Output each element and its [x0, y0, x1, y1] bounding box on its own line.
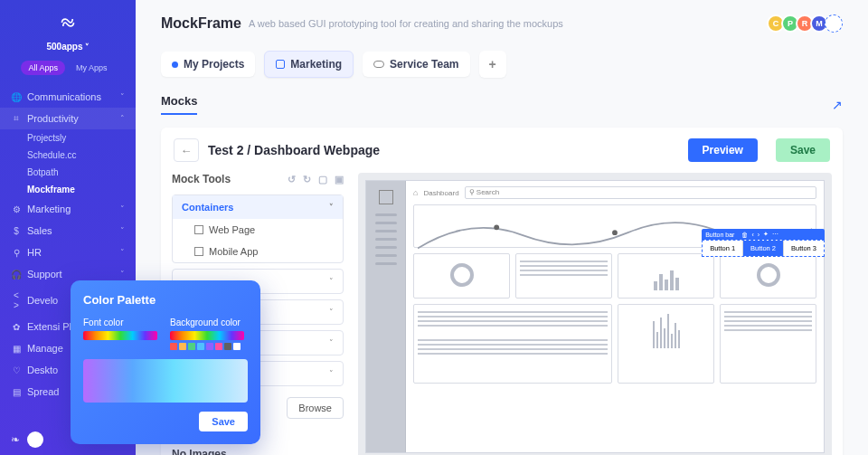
redo-icon[interactable]: ↻: [303, 174, 311, 185]
editor-panel: ← Test 2 / Dashboard Webpage Preview Sav…: [161, 128, 843, 455]
chevron-down-icon: ˅: [85, 43, 90, 52]
leaf-icon[interactable]: ❧: [11, 433, 20, 446]
nav-icon: 🌐: [11, 92, 22, 102]
color-swatch[interactable]: [206, 343, 213, 350]
color-swatch[interactable]: [179, 343, 186, 350]
mock-card-text: [515, 253, 612, 299]
pill-my-apps[interactable]: My Apps: [69, 61, 115, 75]
collaborator-avatars: CPRM: [770, 14, 843, 33]
color-palette-popover[interactable]: Color Palette Font color Background colo…: [71, 280, 260, 444]
bg-color-swatches: [170, 343, 244, 350]
tab-my-projects[interactable]: My Projects: [161, 52, 255, 77]
back-button[interactable]: ←: [174, 138, 199, 162]
widget-toolbar: Button bar 🗑 ‹ › ✦ ⋯: [702, 229, 825, 240]
mock-card-bars: [618, 253, 714, 299]
color-swatch[interactable]: [233, 343, 241, 350]
chevron-left-icon[interactable]: ‹: [751, 232, 753, 238]
nav-subitem[interactable]: Projectsly: [0, 129, 136, 147]
undo-icon[interactable]: ↺: [288, 174, 296, 185]
mock-sidebar: [366, 181, 406, 452]
link-icon: [373, 61, 384, 68]
dot-icon: [172, 62, 178, 68]
chevron-down-icon: ˅: [329, 369, 334, 378]
palette-title: Color Palette: [83, 293, 248, 307]
tool-mobile-app[interactable]: Mobile App: [173, 241, 343, 262]
chevron-icon: ˅: [120, 248, 125, 257]
nav-icon: 🎧: [11, 270, 22, 280]
no-images-label: No Images: [172, 448, 344, 455]
color-swatch[interactable]: [224, 343, 231, 350]
mock-card-donut: [720, 253, 816, 299]
chevron-icon: ˅: [120, 92, 125, 101]
nav-category[interactable]: ⌗Productivity˄: [0, 108, 136, 129]
project-tabs: My Projects Marketing Service Team +: [161, 51, 843, 78]
save-button[interactable]: Save: [776, 138, 830, 162]
mock-search-input[interactable]: ⚲ Search: [465, 186, 816, 199]
more-icon[interactable]: ⋯: [772, 231, 778, 238]
brand-dropdown[interactable]: 500apps˅: [0, 42, 136, 52]
nav-icon: ⚙: [11, 204, 22, 214]
nav-icon: ▤: [11, 387, 22, 397]
nav-subitem[interactable]: Schedule.cc: [0, 147, 136, 164]
browse-button[interactable]: Browse: [287, 397, 344, 419]
font-color-label: Font color: [83, 318, 157, 327]
external-link-icon[interactable]: ↗: [832, 98, 843, 112]
font-color-rainbow[interactable]: [83, 331, 157, 340]
palette-save-button[interactable]: Save: [199, 412, 248, 431]
avatar[interactable]: [825, 14, 843, 33]
chevron-icon: ˅: [120, 204, 125, 213]
widget-label: Button bar: [705, 232, 738, 238]
mock-button-3[interactable]: Button 3: [784, 241, 824, 256]
chevron-icon: ˄: [120, 114, 125, 123]
mock-card-vlines: [618, 304, 714, 384]
mock-logo-icon: [379, 190, 393, 204]
delete-icon[interactable]: 🗑: [741, 232, 748, 238]
pill-all-apps[interactable]: All Apps: [21, 61, 65, 75]
chevron-right-icon[interactable]: ›: [758, 232, 760, 238]
box-icon: [194, 225, 203, 234]
crop-icon[interactable]: ▢: [318, 174, 327, 185]
brand-logo: [0, 11, 136, 36]
nav-icon: ⚲: [11, 248, 22, 258]
tool-webpage[interactable]: Web Page: [173, 219, 343, 241]
color-swatch[interactable]: [197, 343, 204, 350]
star-icon[interactable]: ✦: [763, 231, 769, 238]
mock-button-2[interactable]: Button 2: [743, 241, 784, 256]
nav-category[interactable]: ⚲HR˅: [0, 242, 136, 263]
chevron-down-icon: ˅: [329, 203, 334, 212]
mock-card-text-wide: [413, 304, 612, 384]
image-icon[interactable]: ▣: [335, 174, 344, 185]
user-avatar[interactable]: [27, 431, 43, 448]
svg-point-1: [612, 230, 618, 235]
tab-marketing[interactable]: Marketing: [264, 51, 354, 78]
tab-add[interactable]: +: [479, 51, 506, 78]
nav-subitem[interactable]: Botpath: [0, 164, 136, 181]
mock-button-1[interactable]: Button 1: [703, 241, 743, 256]
nav-icon: ✿: [11, 322, 22, 332]
nav-icon: ▦: [11, 344, 22, 354]
color-swatch[interactable]: [188, 343, 195, 350]
bg-color-rainbow[interactable]: [170, 331, 244, 340]
nav-category[interactable]: ⚙Marketing˅: [0, 198, 136, 220]
header: MockFrame A web based GUI prototyping to…: [161, 14, 843, 33]
square-icon: [276, 60, 285, 69]
nav-icon: ♡: [11, 365, 22, 375]
buttonbar-widget[interactable]: Button bar 🗑 ‹ › ✦ ⋯ Button 1 Button 2 B…: [702, 229, 825, 257]
mock-breadcrumb: Dashboard: [423, 189, 458, 197]
home-icon: ⌂: [413, 188, 418, 197]
color-swatch[interactable]: [170, 343, 177, 350]
app-scope-pills: All Apps My Apps: [0, 61, 136, 75]
nav-category[interactable]: 🌐Communications˅: [0, 86, 136, 108]
mockup-window: ⌂ Dashboard ⚲ Search: [365, 180, 825, 453]
tab-service-team[interactable]: Service Team: [363, 52, 470, 77]
gradient-picker[interactable]: [83, 359, 248, 403]
preview-button[interactable]: Preview: [688, 138, 758, 162]
color-swatch[interactable]: [215, 343, 222, 350]
box-icon: [194, 247, 203, 256]
nav-subitem[interactable]: Mockframe: [0, 181, 136, 198]
mockup-canvas[interactable]: ⌂ Dashboard ⚲ Search: [358, 173, 832, 455]
nav-icon: < >: [11, 290, 22, 310]
breadcrumb: Test 2 / Dashboard Webpage: [208, 143, 380, 157]
nav-category[interactable]: $Sales˅: [0, 220, 136, 242]
category-containers[interactable]: Containers˅: [173, 195, 343, 219]
